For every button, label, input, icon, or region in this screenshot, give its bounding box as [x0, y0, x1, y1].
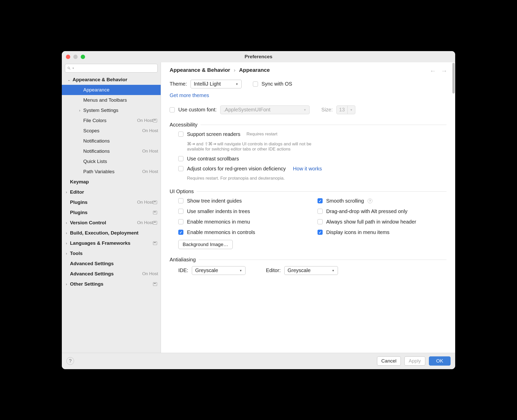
nav-back-icon[interactable]: ←	[430, 67, 436, 75]
apply-button[interactable]: Apply	[404, 356, 425, 366]
titlebar: Preferences	[62, 51, 455, 62]
sidebar-item-label: Keymap	[70, 179, 158, 185]
sidebar-item-advanced-settings[interactable]: Advanced Settings	[62, 259, 161, 269]
display-icons-in-menu-items-checkbox[interactable]	[318, 230, 323, 235]
project-scope-icon	[153, 211, 157, 214]
breadcrumb: Appearance & Behavior › Appearance	[170, 67, 447, 73]
theme-select[interactable]: IntelliJ Light ▼	[191, 80, 242, 88]
sidebar-item-appearance[interactable]: Appearance	[62, 85, 161, 95]
show-tree-indent-guides-checkbox[interactable]	[178, 198, 183, 203]
sidebar-item-label: Version Control	[70, 220, 135, 226]
contrast-scrollbars-checkbox[interactable]	[178, 156, 183, 161]
project-scope-icon	[153, 282, 157, 286]
ok-button[interactable]: OK	[429, 356, 451, 366]
sidebar-item-label: Advanced Settings	[70, 261, 158, 266]
on-host-badge: On Host	[142, 128, 158, 133]
chevron-right-icon: ›	[63, 251, 70, 255]
color-deficiency-label: Adjust colors for red-green vision defic…	[187, 166, 286, 172]
aa-editor-label: Editor:	[266, 267, 281, 273]
sidebar-item-scopes[interactable]: ScopesOn Host	[62, 126, 161, 136]
nav-forward-icon[interactable]: →	[441, 67, 448, 75]
sidebar-item-path-variables[interactable]: Path VariablesOn Host	[62, 167, 161, 177]
smooth-scrolling-label: Smooth scrolling	[326, 198, 364, 204]
sidebar-item-languages-frameworks[interactable]: ›Languages & Frameworks	[62, 238, 161, 248]
on-host-badge: On Host	[137, 200, 153, 205]
sidebar-item-notifications[interactable]: Notifications	[62, 136, 161, 146]
always-show-full-path-in-window-header-label: Always show full path in window header	[326, 219, 416, 225]
cancel-button[interactable]: Cancel	[377, 356, 401, 366]
sidebar-item-system-settings[interactable]: ›System Settings	[62, 105, 161, 115]
sidebar-item-label: Languages & Frameworks	[70, 240, 153, 246]
theme-value: IntelliJ Light	[194, 81, 221, 87]
help-icon[interactable]: ?	[368, 199, 372, 203]
sidebar-item-advanced-settings[interactable]: Advanced SettingsOn Host	[62, 269, 161, 279]
sync-os-checkbox[interactable]	[253, 81, 258, 87]
project-scope-icon	[153, 221, 157, 225]
enable-mnemonics-in-menu-checkbox[interactable]	[178, 219, 183, 224]
sidebar-item-other-settings[interactable]: ›Other Settings	[62, 279, 161, 289]
zoom-window-icon[interactable]	[81, 55, 85, 59]
search-input[interactable]: ▾	[65, 64, 158, 73]
color-deficiency-checkbox[interactable]	[178, 166, 183, 171]
sidebar-item-notifications[interactable]: NotificationsOn Host	[62, 146, 161, 156]
sidebar-item-appearance-behavior[interactable]: ⌄Appearance & Behavior	[62, 75, 161, 85]
help-button[interactable]: ?	[66, 357, 74, 365]
sidebar-item-editor[interactable]: ›Editor	[62, 187, 161, 197]
screen-readers-checkbox[interactable]	[178, 132, 183, 137]
project-scope-icon	[153, 201, 157, 204]
breadcrumb-parent[interactable]: Appearance & Behavior	[170, 67, 230, 73]
sidebar-item-label: Path Variables	[83, 169, 140, 174]
sidebar-item-label: Quick Lists	[83, 159, 158, 164]
ui-options-title: UI Options	[170, 189, 194, 194]
always-show-full-path-in-window-header-checkbox[interactable]	[318, 219, 323, 224]
aa-ide-select[interactable]: Greyscale ▼	[192, 266, 245, 275]
minimize-window-icon[interactable]	[73, 55, 78, 59]
breadcrumb-current: Appearance	[239, 67, 270, 73]
smooth-scrolling-checkbox[interactable]	[318, 198, 323, 203]
sidebar-item-file-colors[interactable]: File ColorsOn Host	[62, 115, 161, 126]
chevron-right-icon: ›	[63, 221, 70, 225]
divider	[199, 260, 447, 260]
sidebar-item-label: System Settings	[83, 108, 158, 113]
chevron-right-icon: ›	[76, 108, 83, 112]
search-field[interactable]	[75, 65, 155, 71]
sidebar: ▾ ⌄Appearance & BehaviorAppearanceMenus …	[62, 62, 161, 353]
chevron-down-icon: ▼	[239, 269, 242, 272]
display-icons-in-menu-items-label: Display icons in menu items	[326, 229, 390, 235]
sidebar-item-menus-and-toolbars[interactable]: Menus and Toolbars	[62, 95, 161, 105]
chevron-down-icon: ▼	[236, 83, 238, 86]
aa-editor-select[interactable]: Greyscale ▼	[284, 266, 338, 275]
sidebar-item-keymap[interactable]: Keymap	[62, 177, 161, 187]
on-host-badge: On Host	[137, 118, 153, 123]
sidebar-item-label: Notifications	[83, 138, 158, 144]
sidebar-item-quick-lists[interactable]: Quick Lists	[62, 156, 161, 167]
font-size-value: 13	[339, 107, 345, 113]
get-more-themes-link[interactable]: Get more themes	[170, 92, 209, 98]
background-image-button[interactable]: Background Image…	[178, 240, 233, 249]
sidebar-item-build-execution-deployment[interactable]: ›Build, Execution, Deployment	[62, 228, 161, 238]
use-custom-font-checkbox[interactable]	[170, 107, 175, 112]
sidebar-item-plugins[interactable]: Plugins	[62, 207, 161, 218]
sidebar-item-tools[interactable]: ›Tools	[62, 248, 161, 259]
use-smaller-indents-in-trees-checkbox[interactable]	[178, 209, 183, 214]
font-value: .AppleSystemUIFont	[224, 107, 270, 113]
divider	[201, 125, 447, 125]
drag-and-drop-with-alt-pressed-only-label: Drag-and-drop with Alt pressed only	[326, 208, 407, 214]
sidebar-item-plugins[interactable]: PluginsOn Host	[62, 197, 161, 207]
search-dropdown-icon[interactable]: ▾	[73, 67, 74, 69]
how-it-works-link[interactable]: How it works	[293, 166, 322, 172]
sidebar-item-label: Plugins	[70, 200, 135, 205]
enable-mnemonics-in-controls-label: Enable mnemonics in controls	[187, 229, 255, 235]
enable-mnemonics-in-controls-checkbox[interactable]	[178, 230, 183, 235]
antialiasing-title: Antialiasing	[170, 257, 196, 263]
sidebar-item-label: File Colors	[83, 118, 135, 123]
sidebar-item-version-control[interactable]: ›Version ControlOn Host	[62, 218, 161, 228]
sidebar-item-label: Appearance	[83, 87, 158, 93]
dialog-footer: ? Cancel Apply OK	[62, 353, 455, 369]
project-scope-icon	[153, 119, 157, 122]
scrollbar-thumb[interactable]	[452, 63, 455, 94]
on-host-badge: On Host	[142, 149, 158, 154]
drag-and-drop-with-alt-pressed-only-checkbox[interactable]	[318, 209, 323, 214]
accessibility-title: Accessibility	[170, 122, 197, 128]
close-window-icon[interactable]	[66, 55, 70, 59]
